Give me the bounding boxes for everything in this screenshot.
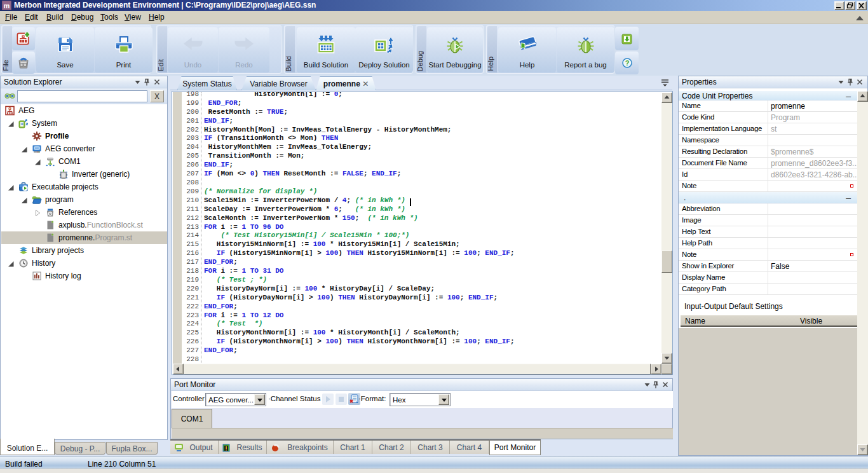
svg-text:?: ?	[625, 59, 629, 67]
